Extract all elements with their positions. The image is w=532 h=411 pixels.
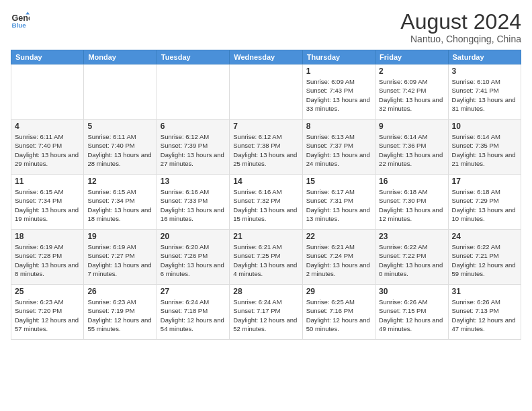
day-number: 8 — [306, 122, 371, 131]
day-info: Sunrise: 6:14 AM Sunset: 7:35 PM Dayligh… — [452, 132, 517, 168]
day-number: 31 — [452, 287, 517, 296]
day-info: Sunrise: 6:15 AM Sunset: 7:34 PM Dayligh… — [15, 187, 80, 223]
day-info: Sunrise: 6:26 AM Sunset: 7:13 PM Dayligh… — [452, 298, 517, 333]
day-number: 21 — [233, 232, 298, 241]
svg-text:Blue: Blue — [11, 21, 26, 29]
month-year: August 2024 — [400, 11, 521, 32]
header: General Blue August 2024 Nantuo, Chongqi… — [11, 11, 521, 44]
calendar-table: Sunday Monday Tuesday Wednesday Thursday… — [11, 50, 521, 340]
table-row: 3Sunrise: 6:10 AM Sunset: 7:41 PM Daylig… — [448, 64, 521, 120]
day-number: 23 — [379, 232, 444, 241]
table-row: 17Sunrise: 6:18 AM Sunset: 7:29 PM Dayli… — [448, 175, 521, 230]
day-number: 10 — [452, 122, 517, 131]
day-info: Sunrise: 6:24 AM Sunset: 7:17 PM Dayligh… — [233, 298, 298, 333]
day-number: 9 — [379, 122, 444, 131]
table-row: 30Sunrise: 6:26 AM Sunset: 7:15 PM Dayli… — [375, 285, 448, 340]
day-number: 12 — [87, 177, 152, 186]
table-row: 25Sunrise: 6:23 AM Sunset: 7:20 PM Dayli… — [11, 285, 84, 340]
day-number: 28 — [233, 287, 298, 296]
table-row: 4Sunrise: 6:11 AM Sunset: 7:40 PM Daylig… — [11, 120, 84, 175]
day-info: Sunrise: 6:17 AM Sunset: 7:31 PM Dayligh… — [306, 187, 371, 223]
day-number: 30 — [379, 287, 444, 296]
day-info: Sunrise: 6:24 AM Sunset: 7:18 PM Dayligh… — [161, 298, 226, 333]
day-number: 1 — [306, 66, 371, 76]
day-number: 26 — [87, 287, 152, 296]
day-info: Sunrise: 6:11 AM Sunset: 7:40 PM Dayligh… — [87, 132, 152, 168]
col-tuesday: Tuesday — [157, 50, 229, 64]
day-info: Sunrise: 6:22 AM Sunset: 7:22 PM Dayligh… — [379, 242, 444, 278]
day-info: Sunrise: 6:25 AM Sunset: 7:16 PM Dayligh… — [306, 298, 371, 333]
table-row: 28Sunrise: 6:24 AM Sunset: 7:17 PM Dayli… — [230, 285, 302, 340]
day-info: Sunrise: 6:18 AM Sunset: 7:29 PM Dayligh… — [452, 187, 517, 223]
table-row: 14Sunrise: 6:16 AM Sunset: 7:32 PM Dayli… — [230, 175, 302, 230]
day-number: 22 — [306, 232, 371, 241]
day-info: Sunrise: 6:16 AM Sunset: 7:33 PM Dayligh… — [161, 187, 226, 223]
table-row: 18Sunrise: 6:19 AM Sunset: 7:28 PM Dayli… — [11, 230, 84, 285]
day-number: 3 — [452, 66, 517, 76]
day-number: 20 — [161, 232, 226, 241]
day-number: 29 — [306, 287, 371, 296]
table-row: 7Sunrise: 6:12 AM Sunset: 7:38 PM Daylig… — [230, 120, 302, 175]
day-info: Sunrise: 6:19 AM Sunset: 7:27 PM Dayligh… — [87, 242, 152, 278]
table-row: 13Sunrise: 6:16 AM Sunset: 7:33 PM Dayli… — [157, 175, 229, 230]
col-friday: Friday — [375, 50, 448, 64]
day-info: Sunrise: 6:22 AM Sunset: 7:21 PM Dayligh… — [452, 242, 517, 278]
day-number: 14 — [233, 177, 298, 186]
table-row: 23Sunrise: 6:22 AM Sunset: 7:22 PM Dayli… — [375, 230, 448, 285]
table-row: 19Sunrise: 6:19 AM Sunset: 7:27 PM Dayli… — [84, 230, 157, 285]
col-monday: Monday — [84, 50, 157, 64]
table-row: 22Sunrise: 6:21 AM Sunset: 7:24 PM Dayli… — [302, 230, 375, 285]
day-info: Sunrise: 6:10 AM Sunset: 7:41 PM Dayligh… — [452, 77, 517, 113]
day-number: 7 — [233, 122, 298, 131]
day-number: 13 — [161, 177, 226, 186]
day-number: 27 — [161, 287, 226, 296]
table-row: 24Sunrise: 6:22 AM Sunset: 7:21 PM Dayli… — [448, 230, 521, 285]
col-wednesday: Wednesday — [230, 50, 302, 64]
table-row: 11Sunrise: 6:15 AM Sunset: 7:34 PM Dayli… — [11, 175, 84, 230]
day-info: Sunrise: 6:19 AM Sunset: 7:28 PM Dayligh… — [15, 242, 80, 278]
day-number: 18 — [15, 232, 80, 241]
table-row: 16Sunrise: 6:18 AM Sunset: 7:30 PM Dayli… — [375, 175, 448, 230]
day-info: Sunrise: 6:13 AM Sunset: 7:37 PM Dayligh… — [306, 132, 371, 168]
day-number: 6 — [161, 122, 226, 131]
table-row: 29Sunrise: 6:25 AM Sunset: 7:16 PM Dayli… — [302, 285, 375, 340]
table-row: 2Sunrise: 6:09 AM Sunset: 7:42 PM Daylig… — [375, 64, 448, 120]
table-row: 1Sunrise: 6:09 AM Sunset: 7:43 PM Daylig… — [302, 64, 375, 120]
day-info: Sunrise: 6:12 AM Sunset: 7:39 PM Dayligh… — [161, 132, 226, 168]
logo: General Blue — [11, 11, 30, 30]
table-row — [84, 64, 157, 120]
day-number: 16 — [379, 177, 444, 186]
title-block: August 2024 Nantuo, Chongqing, China — [400, 11, 521, 44]
day-info: Sunrise: 6:09 AM Sunset: 7:42 PM Dayligh… — [379, 77, 444, 113]
day-number: 24 — [452, 232, 517, 241]
table-row: 12Sunrise: 6:15 AM Sunset: 7:34 PM Dayli… — [84, 175, 157, 230]
day-info: Sunrise: 6:20 AM Sunset: 7:26 PM Dayligh… — [161, 242, 226, 278]
table-row: 9Sunrise: 6:14 AM Sunset: 7:36 PM Daylig… — [375, 120, 448, 175]
table-row: 31Sunrise: 6:26 AM Sunset: 7:13 PM Dayli… — [448, 285, 521, 340]
location: Nantuo, Chongqing, China — [400, 34, 521, 44]
table-row: 15Sunrise: 6:17 AM Sunset: 7:31 PM Dayli… — [302, 175, 375, 230]
day-info: Sunrise: 6:16 AM Sunset: 7:32 PM Dayligh… — [233, 187, 298, 223]
day-number: 15 — [306, 177, 371, 186]
table-row: 21Sunrise: 6:21 AM Sunset: 7:25 PM Dayli… — [230, 230, 302, 285]
col-thursday: Thursday — [302, 50, 375, 64]
table-row — [230, 64, 302, 120]
table-row: 6Sunrise: 6:12 AM Sunset: 7:39 PM Daylig… — [157, 120, 229, 175]
table-row — [157, 64, 229, 120]
logo-icon: General Blue — [11, 11, 30, 30]
day-info: Sunrise: 6:18 AM Sunset: 7:30 PM Dayligh… — [379, 187, 444, 223]
col-sunday: Sunday — [11, 50, 84, 64]
table-row: 26Sunrise: 6:23 AM Sunset: 7:19 PM Dayli… — [84, 285, 157, 340]
table-row: 20Sunrise: 6:20 AM Sunset: 7:26 PM Dayli… — [157, 230, 229, 285]
day-info: Sunrise: 6:26 AM Sunset: 7:15 PM Dayligh… — [379, 298, 444, 333]
day-info: Sunrise: 6:23 AM Sunset: 7:19 PM Dayligh… — [87, 298, 152, 333]
day-number: 17 — [452, 177, 517, 186]
day-info: Sunrise: 6:09 AM Sunset: 7:43 PM Dayligh… — [306, 77, 371, 113]
table-row: 8Sunrise: 6:13 AM Sunset: 7:37 PM Daylig… — [302, 120, 375, 175]
day-number: 2 — [379, 66, 444, 76]
day-number: 11 — [15, 177, 80, 186]
day-info: Sunrise: 6:23 AM Sunset: 7:20 PM Dayligh… — [15, 298, 80, 333]
calendar-header-row: Sunday Monday Tuesday Wednesday Thursday… — [11, 50, 521, 64]
svg-marker-2 — [26, 11, 30, 14]
page-container: General Blue August 2024 Nantuo, Chongqi… — [0, 0, 532, 411]
